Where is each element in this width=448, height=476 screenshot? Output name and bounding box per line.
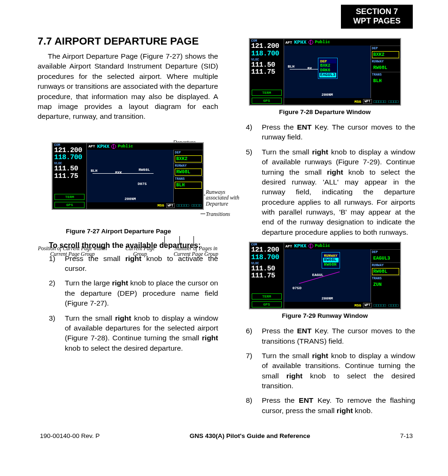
map-waypoint: BLH <box>91 169 97 173</box>
step-item: 7)Turn the small right knob to display a… <box>246 351 416 391</box>
intro-paragraph: The Airport Departure Page (Figure 7-27)… <box>38 51 218 122</box>
runway-popup: RUNWAY RW08L RW08R <box>322 252 340 269</box>
map-waypoint: RW08L <box>139 168 150 172</box>
step-item: 8)Press the ENT Key. To remove the flash… <box>246 395 416 415</box>
gps-screen-28: COM 121.200 118.700 VLOC 111.50 111.75 T… <box>249 38 401 106</box>
page-heading: 7.7 AIRPORT DEPARTURE PAGE <box>38 35 218 47</box>
step-item: 6)Press the ENT Key. The cursor moves to… <box>246 326 416 346</box>
right-column: COM 121.200 118.700 VLOC 111.50 111.75 T… <box>235 35 416 420</box>
gps-map: EAGUL 075D RUNWAY RW08L RW08R 200NM <box>284 249 371 302</box>
caption-7-29: Figure 7-29 Runway Window <box>235 312 416 319</box>
airport-symbol-icon <box>309 244 313 248</box>
anno-page-group: Current Page Group <box>121 246 159 257</box>
popup-option: DRK6 <box>319 68 336 73</box>
dep-label: DEP <box>174 150 203 155</box>
gps-left-panel: COM 121.200 118.700 VLOC 111.50 111.75 T… <box>53 143 87 209</box>
map-waypoint: BXK <box>115 170 122 175</box>
com-active: 121.200 <box>53 147 86 154</box>
anno-runways: Runways associated with Departure <box>206 189 243 207</box>
com-standby: 118.700 <box>53 154 86 161</box>
popup-title: DEP <box>319 59 336 63</box>
steps-left: 1)Press the small right knob to activate… <box>38 253 218 353</box>
trans-label: TRANS <box>174 176 203 181</box>
trans-value: BLH <box>175 182 202 189</box>
page-footer: 190-00140-00 Rev. P GNS 430(A) Pilot's G… <box>38 432 415 439</box>
popup-title: RUNWAY <box>323 253 339 258</box>
section-line1: SECTION 7 <box>353 7 401 16</box>
gps-button: GPS <box>54 202 85 208</box>
steps-right-b: 6)Press the ENT Key. The cursor moves to… <box>235 326 416 415</box>
page-group: WPT <box>166 203 175 208</box>
step-item: 5)Turn the small right knob to display a… <box>246 147 416 237</box>
footer-left: 190-00140-00 Rev. P <box>40 432 100 439</box>
popup-option: RW08R <box>323 262 339 267</box>
dep-value: BXK2 <box>175 155 202 162</box>
popup-option-selected: EAGUL3 <box>319 73 336 77</box>
runway-label: RUNWAY <box>174 163 203 168</box>
caption-7-28: Figure 7-28 Departure Window <box>235 108 416 115</box>
apt-label: APT <box>88 144 95 148</box>
gps-map: BLH BX DEP BXK2 DRK6 EAGUL3 200NM <box>284 46 371 98</box>
gps-right-panel: DEP BXK2 RUNWAY RW08L TRANS BLH <box>173 150 203 202</box>
departure-popup: DEP BXK2 DRK6 EAGUL3 <box>318 58 338 79</box>
footer-center: GNS 430(A) Pilot's Guide and Reference <box>190 432 310 439</box>
steps-right-a: 4)Press the ENT Key. The cursor moves to… <box>235 122 416 237</box>
gps-map: BLH BXK RW08L D075 200NM <box>87 150 173 202</box>
section-line2: WPT PAGES <box>353 16 401 26</box>
step-item: 4)Press the ENT Key. The cursor moves to… <box>246 122 416 142</box>
section-tab: SECTION 7 WPT PAGES <box>341 5 413 29</box>
popup-option: BXK2 <box>319 63 336 68</box>
page-indicator: □□□□□ □□□□ <box>177 203 201 207</box>
left-column: 7.7 AIRPORT DEPARTURE PAGE The Airport D… <box>38 35 218 420</box>
footer-right: 7-13 <box>400 432 413 439</box>
anno-transitions: Transitions <box>206 211 243 217</box>
anno-page-count: Number of Pages in Current Page Group <box>168 246 224 257</box>
airport-id: KPHX <box>97 144 109 149</box>
caption-7-27: Figure 7-27 Airport Departure Page <box>19 228 218 235</box>
step-item: 3)Turn the small right knob to display a… <box>49 313 218 353</box>
map-waypoint: D075 <box>138 182 147 186</box>
step-item: 2)Turn the large right knob to place the… <box>49 278 218 308</box>
vloc-standby: 111.75 <box>53 173 86 180</box>
gps-screen-29: COM 121.200 118.700 VLOC 111.50 111.75 T… <box>249 242 401 309</box>
gps-top-bar: APT KPHX Public <box>87 143 203 150</box>
vloc-active: 111.50 <box>53 165 86 173</box>
term-button: TERM <box>54 194 85 200</box>
msg-indicator: MSG <box>157 203 164 207</box>
anno-page-position: Position of Current Page within Current … <box>35 246 110 257</box>
map-scale: 200NM <box>124 197 136 201</box>
airport-symbol-icon <box>111 144 116 149</box>
public-label: Public <box>118 144 133 149</box>
airport-symbol-icon <box>309 40 313 45</box>
gps-screen-27: COM 121.200 118.700 VLOC 111.50 111.75 T… <box>52 142 204 210</box>
figure-7-27: Airport Identifier, Symbol, and Type Map… <box>39 142 217 210</box>
gps-bottom-bar: MSG WPT □□□□□ □□□□ <box>87 202 203 209</box>
popup-option-selected: RW08L <box>323 258 339 262</box>
runway-value: RW08L <box>175 169 202 176</box>
